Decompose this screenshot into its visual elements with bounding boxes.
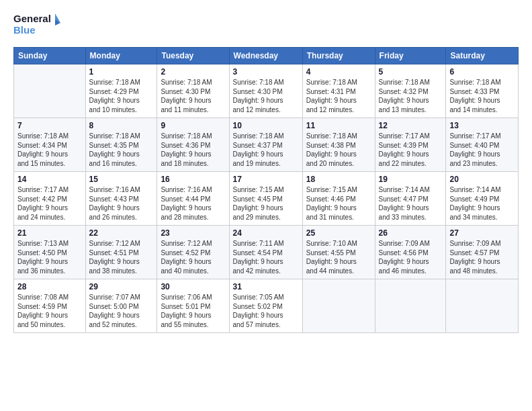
calendar-cell: 23Sunrise: 7:12 AMSunset: 4:52 PMDayligh… [157, 226, 229, 279]
weekday-header-saturday: Saturday [446, 48, 519, 64]
header: General Blue [13, 11, 519, 40]
calendar-cell: 15Sunrise: 7:16 AMSunset: 4:43 PMDayligh… [85, 172, 157, 226]
day-number: 14 [17, 175, 82, 184]
day-info: Sunrise: 7:18 AMSunset: 4:30 PMDaylight:… [233, 78, 299, 114]
calendar-cell: 26Sunrise: 7:09 AMSunset: 4:56 PMDayligh… [375, 226, 446, 279]
weekday-header-sunday: Sunday [14, 48, 86, 64]
weekday-header-tuesday: Tuesday [157, 48, 229, 64]
day-number: 16 [161, 175, 225, 184]
day-info: Sunrise: 7:18 AMSunset: 4:32 PMDaylight:… [379, 78, 443, 114]
calendar-cell: 29Sunrise: 7:07 AMSunset: 5:00 PMDayligh… [85, 279, 157, 333]
calendar-week-4: 21Sunrise: 7:13 AMSunset: 4:50 PMDayligh… [14, 226, 519, 279]
day-info: Sunrise: 7:12 AMSunset: 4:52 PMDaylight:… [161, 239, 225, 275]
day-number: 21 [17, 228, 82, 238]
day-info: Sunrise: 7:16 AMSunset: 4:44 PMDaylight:… [161, 185, 225, 222]
day-number: 12 [379, 121, 443, 130]
calendar-cell: 3Sunrise: 7:18 AMSunset: 4:30 PMDaylight… [229, 64, 302, 118]
calendar-cell: 11Sunrise: 7:18 AMSunset: 4:38 PMDayligh… [302, 118, 375, 172]
day-info: Sunrise: 7:18 AMSunset: 4:30 PMDaylight:… [161, 78, 225, 114]
day-info: Sunrise: 7:17 AMSunset: 4:39 PMDaylight:… [379, 132, 443, 168]
day-info: Sunrise: 7:18 AMSunset: 4:34 PMDaylight:… [17, 132, 82, 168]
day-number: 26 [379, 228, 443, 238]
calendar-cell: 30Sunrise: 7:06 AMSunset: 5:01 PMDayligh… [157, 279, 229, 333]
calendar-cell: 13Sunrise: 7:17 AMSunset: 4:40 PMDayligh… [446, 118, 519, 172]
calendar-cell: 12Sunrise: 7:17 AMSunset: 4:39 PMDayligh… [375, 118, 446, 172]
day-number: 13 [449, 121, 515, 130]
calendar-week-5: 28Sunrise: 7:08 AMSunset: 4:59 PMDayligh… [14, 279, 519, 333]
day-info: Sunrise: 7:10 AMSunset: 4:55 PMDaylight:… [306, 239, 371, 275]
day-info: Sunrise: 7:18 AMSunset: 4:31 PMDaylight:… [306, 78, 371, 114]
day-number: 27 [449, 228, 515, 238]
calendar-cell: 27Sunrise: 7:09 AMSunset: 4:57 PMDayligh… [446, 226, 519, 279]
calendar-cell: 1Sunrise: 7:18 AMSunset: 4:29 PMDaylight… [85, 64, 157, 118]
day-info: Sunrise: 7:13 AMSunset: 4:50 PMDaylight:… [17, 239, 82, 275]
calendar-cell: 10Sunrise: 7:18 AMSunset: 4:37 PMDayligh… [229, 118, 302, 172]
day-info: Sunrise: 7:15 AMSunset: 4:46 PMDaylight:… [306, 185, 371, 222]
day-number: 6 [449, 67, 515, 77]
day-info: Sunrise: 7:18 AMSunset: 4:35 PMDaylight:… [89, 132, 154, 168]
calendar-cell: 16Sunrise: 7:16 AMSunset: 4:44 PMDayligh… [157, 172, 229, 226]
weekday-header-monday: Monday [85, 48, 157, 64]
calendar-cell: 20Sunrise: 7:14 AMSunset: 4:49 PMDayligh… [446, 172, 519, 226]
calendar-cell: 14Sunrise: 7:17 AMSunset: 4:42 PMDayligh… [14, 172, 86, 226]
day-number: 11 [306, 121, 371, 130]
logo-svg: General Blue [13, 11, 60, 40]
weekday-header-friday: Friday [375, 48, 446, 64]
calendar-cell: 2Sunrise: 7:18 AMSunset: 4:30 PMDaylight… [157, 64, 229, 118]
day-number: 3 [233, 67, 299, 77]
calendar-cell: 4Sunrise: 7:18 AMSunset: 4:31 PMDaylight… [302, 64, 375, 118]
calendar-cell: 28Sunrise: 7:08 AMSunset: 4:59 PMDayligh… [14, 279, 86, 333]
day-number: 7 [17, 121, 82, 130]
calendar-cell: 9Sunrise: 7:18 AMSunset: 4:36 PMDaylight… [157, 118, 229, 172]
calendar-cell: 21Sunrise: 7:13 AMSunset: 4:50 PMDayligh… [14, 226, 86, 279]
day-info: Sunrise: 7:15 AMSunset: 4:45 PMDaylight:… [233, 185, 299, 222]
day-info: Sunrise: 7:18 AMSunset: 4:36 PMDaylight:… [161, 132, 225, 168]
calendar-cell: 18Sunrise: 7:15 AMSunset: 4:46 PMDayligh… [302, 172, 375, 226]
calendar-header-row: SundayMondayTuesdayWednesdayThursdayFrid… [14, 48, 519, 64]
day-number: 15 [89, 175, 154, 184]
calendar-cell [446, 279, 519, 333]
day-number: 20 [449, 175, 515, 184]
calendar-week-1: 1Sunrise: 7:18 AMSunset: 4:29 PMDaylight… [14, 64, 519, 118]
day-info: Sunrise: 7:14 AMSunset: 4:47 PMDaylight:… [379, 185, 443, 222]
day-number: 18 [306, 175, 371, 184]
day-number: 10 [233, 121, 299, 130]
day-number: 22 [89, 228, 154, 238]
day-number: 25 [306, 228, 371, 238]
day-info: Sunrise: 7:06 AMSunset: 5:01 PMDaylight:… [161, 293, 225, 329]
calendar-cell: 31Sunrise: 7:05 AMSunset: 5:02 PMDayligh… [229, 279, 302, 333]
calendar-cell: 24Sunrise: 7:11 AMSunset: 4:54 PMDayligh… [229, 226, 302, 279]
day-number: 4 [306, 67, 371, 77]
day-info: Sunrise: 7:09 AMSunset: 4:57 PMDaylight:… [449, 239, 515, 275]
calendar-table: SundayMondayTuesdayWednesdayThursdayFrid… [13, 47, 519, 333]
day-number: 8 [89, 121, 154, 130]
day-info: Sunrise: 7:18 AMSunset: 4:33 PMDaylight:… [449, 78, 515, 114]
day-number: 19 [379, 175, 443, 184]
day-number: 17 [233, 175, 299, 184]
calendar-cell [14, 64, 86, 118]
day-info: Sunrise: 7:07 AMSunset: 5:00 PMDaylight:… [89, 293, 154, 329]
day-info: Sunrise: 7:11 AMSunset: 4:54 PMDaylight:… [233, 239, 299, 275]
day-info: Sunrise: 7:12 AMSunset: 4:51 PMDaylight:… [89, 239, 154, 275]
calendar-body: 1Sunrise: 7:18 AMSunset: 4:29 PMDaylight… [14, 64, 519, 333]
day-number: 24 [233, 228, 299, 238]
day-info: Sunrise: 7:16 AMSunset: 4:43 PMDaylight:… [89, 185, 154, 222]
day-number: 30 [161, 282, 225, 291]
calendar-cell: 6Sunrise: 7:18 AMSunset: 4:33 PMDaylight… [446, 64, 519, 118]
weekday-header-thursday: Thursday [302, 48, 375, 64]
svg-text:Blue: Blue [13, 24, 36, 36]
calendar-cell [375, 279, 446, 333]
calendar-cell: 19Sunrise: 7:14 AMSunset: 4:47 PMDayligh… [375, 172, 446, 226]
day-number: 1 [89, 67, 154, 77]
logo: General Blue [13, 11, 60, 40]
day-info: Sunrise: 7:18 AMSunset: 4:37 PMDaylight:… [233, 132, 299, 168]
day-info: Sunrise: 7:17 AMSunset: 4:42 PMDaylight:… [17, 185, 82, 222]
day-info: Sunrise: 7:14 AMSunset: 4:49 PMDaylight:… [449, 185, 515, 222]
calendar-cell [302, 279, 375, 333]
day-info: Sunrise: 7:18 AMSunset: 4:38 PMDaylight:… [306, 132, 371, 168]
day-number: 5 [379, 67, 443, 77]
day-info: Sunrise: 7:08 AMSunset: 4:59 PMDaylight:… [17, 293, 82, 329]
day-info: Sunrise: 7:09 AMSunset: 4:56 PMDaylight:… [379, 239, 443, 275]
day-number: 23 [161, 228, 225, 238]
calendar-week-3: 14Sunrise: 7:17 AMSunset: 4:42 PMDayligh… [14, 172, 519, 226]
